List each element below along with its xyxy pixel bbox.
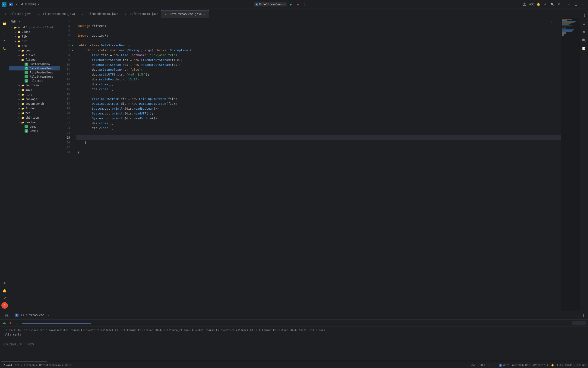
status-branch-label: word [6,364,12,367]
status-theme[interactable]: ◧ GitHub Dark (Material) [512,364,548,367]
avatar[interactable]: S [1,302,8,309]
tree-root-word[interactable]: ▾ 📂 word C:\Users\Shion\IdeaPro [9,25,60,30]
status-theme-label: GitHub Dark (Material) [515,364,548,367]
search-button[interactable]: 🔍 [550,2,555,7]
tree-idea[interactable]: ▶ 📁 .idea [9,30,60,34]
version-control-label[interactable]: 版本控制 [25,2,36,6]
tab-filestream[interactable]: ☕ FileStreamDemo.java [34,10,78,18]
tree-dropdown[interactable]: ▾ [18,20,20,23]
profile-button[interactable] [522,2,527,7]
settings-button[interactable]: ⚙ [543,2,548,7]
tab-filetest[interactable]: ☕ FileTest.java [1,10,34,18]
sidebar-project-icon[interactable]: 📁 [1,20,8,27]
right-panel-icon-2[interactable]: ⚙ [580,28,588,36]
edit-readonly-button[interactable]: ✏ [549,19,554,24]
status-line-ending-label: CRLF [479,364,486,367]
notifications-button[interactable]: 🔔 [536,2,541,7]
tree-out[interactable]: ▶ 📁 out [9,39,60,44]
run-arrow-6[interactable]: ▶ [72,43,76,48]
status-position-label: 25:1 [471,364,477,367]
right-panel-icon-3[interactable]: 🔍 [580,37,588,44]
status-right: 25:1 CRLF UTF-8 W word ◧ GitHub Dark (Ma… [471,363,586,367]
stop-process-button[interactable]: ■ [8,321,13,326]
tab-datastream[interactable]: ☕ DataStreamDemo.java ✕ [161,10,209,18]
status-theme-icon: ◧ [512,364,514,366]
java-icon: ☕ [4,12,7,16]
bottom-panel-more[interactable]: ⋮ [581,313,586,318]
tree-filestream-demo[interactable]: ▶ C FileStreamDemo [9,75,60,79]
status-encoding[interactable]: UTF-8 [488,364,496,367]
tab-datastream-close[interactable]: ✕ [203,12,207,16]
status-position[interactable]: 25:1 [471,364,477,367]
bottom-tab-close[interactable]: ✕ [47,314,50,317]
sidebar-git-icon[interactable]: ⎇ [1,294,8,302]
more-actions-button[interactable]: ⋮ [302,2,308,7]
run-button[interactable]: ▶ [288,2,294,7]
tree-fourteen[interactable]: ▶ 📁 fourteen [9,83,60,88]
tab-filereader[interactable]: ☕ FileReaderDemo.java [78,10,121,18]
tab-more-button[interactable]: ⋮ [581,12,587,18]
horizontal-scrollbar[interactable] [0,360,588,362]
tree-student[interactable]: ▶ 📁 Student [9,106,60,111]
tree-java[interactable]: ▶ 📁 Java [9,88,60,92]
checkmark-button[interactable]: ✓ [555,19,560,24]
sidebar-run-icon[interactable]: ▶ [1,37,8,44]
rerun-button[interactable]: ▶▶ [2,321,7,326]
status-line-ending[interactable]: CRLF [479,364,486,367]
close-button[interactable]: ✕ [580,1,586,8]
tree-filetest[interactable]: ▶ C FileTest [9,79,60,83]
sidebar-debug-icon[interactable]: 🐛 [1,45,8,52]
status-branch[interactable]: ⎇ word [2,364,12,367]
svg-point-7 [524,3,525,4]
tree-thirteen[interactable]: ▶ 📁 thirteen [9,115,60,120]
code-line-25 [76,135,561,140]
code-line-18: DataInputStream dis = new DataInputStrea… [76,101,561,106]
status-extra[interactable]: CSDN 全场热...online [557,363,586,367]
tree-fifteen-label: fifteen [26,58,37,61]
tree-seventeenth[interactable]: ▶ 📁 Seventeenth [9,101,60,106]
stop-button[interactable]: ■ [295,2,301,7]
code-line-21: System.out.println(dis.readDouble()); [76,116,561,121]
tree-package1-label: package1 [26,98,39,101]
code-content[interactable]: package fifteen; import java.io.*; publi… [76,18,561,311]
tree-src[interactable]: ▾ 📂 src [9,44,60,48]
bottom-tab-filestream[interactable]: W FileStreamDemo ✕ [13,312,52,319]
sidebar-notification-icon[interactable]: 🔔 [1,287,8,294]
tree-lib[interactable]: ▶ 📁 lib [9,34,60,39]
tree-ten[interactable]: ▶ 📁 ten [9,111,60,115]
tree-package1[interactable]: ▶ 📁 package1 [9,97,60,101]
code-line-24 [76,130,561,135]
title-bar: I W word 版本控制 ▾ W FileStreamDemo ▾ ▶ ■ ⋮… [0,0,588,9]
more-bottom-button[interactable]: ⋮ [14,321,19,326]
bottom-tab-run[interactable]: 运行 [2,312,12,319]
tree-eleven[interactable]: ▶ 📁 eleven [9,53,60,57]
tree-buffered-demo[interactable]: ▶ C BufferedDemo [9,62,60,66]
tree-filereader-demo[interactable]: ▶ C FileReaderDemo [9,70,60,75]
title-actions: A文 🔔 ⚙ 🔍 ⊞ [522,2,562,7]
tree-com[interactable]: ▶ 📁 com [9,48,60,53]
code-line-11: dos.writeBoolean( v: false); [76,67,561,72]
tree-twelve[interactable]: ▾ 📂 twelve [9,120,60,125]
tree-arrow-out: ▶ [14,40,17,43]
run-config[interactable]: W FileStreamDemo ▾ [254,2,287,7]
tree-fifteen[interactable]: ▾ 📂 fifteen [9,57,60,62]
tree-demo1[interactable]: ▶ C Demo1 [9,129,60,133]
sidebar-commit-icon[interactable]: ✓ [1,28,8,36]
translate-button[interactable]: A文 [529,2,534,7]
folder-icon: 📂 [21,120,25,124]
right-panel-icon-1[interactable]: ≡ [580,20,588,27]
maximize-button[interactable]: □ [573,1,579,8]
tab-buffered[interactable]: ☕ BufferedDemo.java [121,10,161,18]
minimize-button[interactable]: ─ [566,1,572,8]
run-arrow-7[interactable]: ▶ [72,48,76,53]
tree-nine[interactable]: ▶ 📁 nine [9,92,60,97]
sidebar-settings-icon[interactable]: ⚙ [1,279,8,287]
right-panel-icons: ≡ ⚙ 🔍 📝 [580,18,588,311]
tree-demo[interactable]: ▶ C Demo [9,125,60,129]
split-button[interactable]: ⊞ [556,2,562,7]
status-notifications[interactable]: 🔔 [551,364,554,367]
folder-icon: 📂 [17,44,21,48]
tree-datastream-demo[interactable]: ▶ C DataStreamDemo [9,66,60,70]
right-panel-icon-4[interactable]: 📝 [580,45,588,52]
code-line-10: DataOutputStream dos = new DataOutputStr… [76,62,561,67]
